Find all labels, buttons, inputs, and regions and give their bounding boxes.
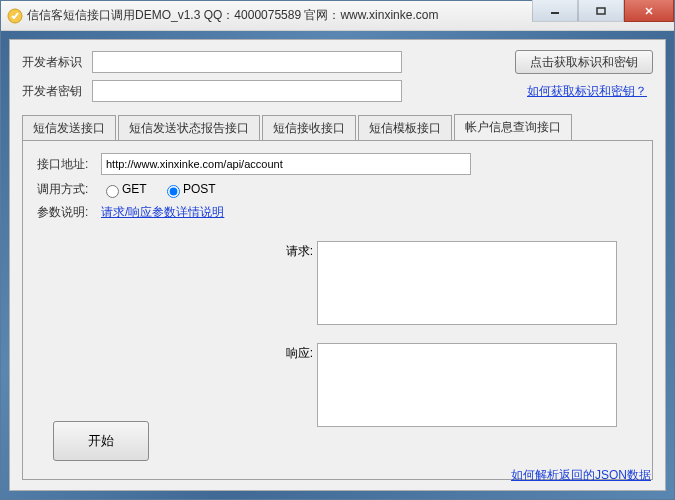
developer-key-label: 开发者密钥 [22, 83, 92, 100]
client-area-border: 开发者标识 点击获取标识和密钥 开发者密钥 如何获取标识和密钥？ 短信发送接口 … [1, 31, 674, 499]
tab-sms-send[interactable]: 短信发送接口 [22, 115, 116, 141]
developer-id-input[interactable] [92, 51, 402, 73]
param-label: 参数说明: [37, 204, 101, 221]
developer-key-row: 开发者密钥 如何获取标识和密钥？ [22, 80, 653, 102]
param-detail-link[interactable]: 请求/响应参数详情说明 [101, 204, 224, 221]
close-button[interactable] [624, 0, 674, 22]
response-row: 响应: [273, 343, 617, 427]
window-buttons [532, 1, 674, 30]
response-label: 响应: [273, 343, 317, 362]
param-row: 参数说明: 请求/响应参数详情说明 [37, 204, 638, 221]
tab-strip: 短信发送接口 短信发送状态报告接口 短信接收接口 短信模板接口 帐户信息查询接口 [22, 116, 653, 140]
api-url-input[interactable] [101, 153, 471, 175]
fetch-credentials-button[interactable]: 点击获取标识和密钥 [515, 50, 653, 74]
method-row: 调用方式: GET POST [37, 181, 638, 198]
api-url-row: 接口地址: [37, 153, 638, 175]
request-textarea[interactable] [317, 241, 617, 325]
client-area: 开发者标识 点击获取标识和密钥 开发者密钥 如何获取标识和密钥？ 短信发送接口 … [9, 39, 666, 491]
window-title: 信信客短信接口调用DEMO_v1.3 QQ：4000075589 官网：www.… [27, 7, 532, 24]
api-url-label: 接口地址: [37, 156, 101, 173]
developer-id-label: 开发者标识 [22, 54, 92, 71]
request-label: 请求: [273, 241, 317, 260]
tab-account-info[interactable]: 帐户信息查询接口 [454, 114, 572, 141]
request-row: 请求: [273, 241, 617, 325]
tab-sms-status-report[interactable]: 短信发送状态报告接口 [118, 115, 260, 141]
developer-id-row: 开发者标识 点击获取标识和密钥 [22, 50, 653, 74]
credentials-help-link[interactable]: 如何获取标识和密钥？ [527, 83, 647, 100]
start-button[interactable]: 开始 [53, 421, 149, 461]
developer-key-input[interactable] [92, 80, 402, 102]
method-get-radio[interactable] [106, 185, 119, 198]
json-parse-help-link[interactable]: 如何解析返回的JSON数据 [511, 467, 651, 484]
tab-control: 短信发送接口 短信发送状态报告接口 短信接收接口 短信模板接口 帐户信息查询接口… [22, 116, 653, 480]
response-textarea[interactable] [317, 343, 617, 427]
tab-sms-receive[interactable]: 短信接收接口 [262, 115, 356, 141]
maximize-button[interactable] [578, 0, 624, 22]
method-get-option[interactable]: GET [101, 182, 147, 196]
titlebar[interactable]: 信信客短信接口调用DEMO_v1.3 QQ：4000075589 官网：www.… [1, 1, 674, 31]
minimize-button[interactable] [532, 0, 578, 22]
method-radios: GET POST [101, 182, 228, 198]
tab-sms-template[interactable]: 短信模板接口 [358, 115, 452, 141]
method-post-option[interactable]: POST [162, 182, 216, 196]
method-post-radio[interactable] [167, 185, 180, 198]
svg-rect-2 [597, 8, 605, 14]
tab-panel-account-info: 接口地址: 调用方式: GET POST 参数说明: 请求/响应参数详情说明 [22, 140, 653, 480]
app-icon [7, 8, 23, 24]
app-window: 信信客短信接口调用DEMO_v1.3 QQ：4000075589 官网：www.… [0, 0, 675, 500]
method-label: 调用方式: [37, 181, 101, 198]
request-response-area: 请求: 响应: [273, 241, 617, 427]
